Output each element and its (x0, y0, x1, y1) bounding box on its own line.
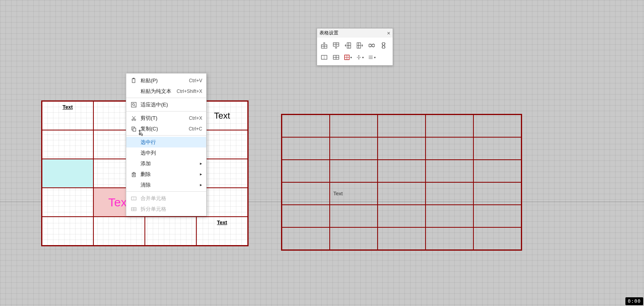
fit-icon (130, 102, 137, 108)
cell-text: Text (333, 191, 343, 196)
table-cell[interactable] (93, 217, 145, 246)
table-cell[interactable] (330, 115, 378, 137)
table-cell[interactable] (378, 137, 426, 160)
svg-point-32 (134, 119, 136, 121)
table-cell[interactable] (330, 160, 378, 182)
table-cell[interactable] (473, 205, 521, 227)
ctx-label: 粘贴(P) (141, 77, 189, 84)
table-cell[interactable] (282, 160, 330, 182)
ctx-label: 选中列 (141, 149, 202, 157)
table-cell[interactable] (282, 227, 330, 250)
cell-text: Text (217, 219, 227, 225)
table-cell[interactable]: Text (196, 217, 248, 246)
svg-rect-28 (131, 102, 136, 107)
table-toolbar[interactable]: 表格设置 × (317, 28, 393, 66)
ctx-label: 适应选中(E) (141, 101, 202, 108)
delete-col-icon[interactable] (380, 42, 388, 49)
table-cell[interactable] (473, 137, 521, 160)
svg-point-29 (133, 103, 135, 105)
table-cell[interactable] (473, 160, 521, 182)
insert-col-left-icon[interactable] (344, 42, 352, 49)
toolbar-header[interactable]: 表格设置 × (317, 28, 393, 38)
table-cell[interactable] (330, 137, 378, 160)
ctx-label: 剪切(T) (141, 115, 189, 122)
paste-icon (130, 78, 137, 83)
table-cell[interactable] (426, 160, 473, 182)
table-cell[interactable] (378, 160, 426, 182)
ctx-separator (126, 111, 206, 111)
table-cell[interactable] (426, 115, 473, 137)
merge-icon (130, 196, 137, 201)
table-cell[interactable] (378, 182, 426, 205)
table-cell[interactable] (282, 205, 330, 227)
table-cell[interactable] (282, 182, 330, 205)
close-icon[interactable]: × (387, 30, 390, 36)
ctx-copy[interactable]: 复制(C) Ctrl+C (126, 123, 206, 134)
table-cell[interactable]: Text (42, 101, 93, 130)
table-cell[interactable] (145, 217, 196, 246)
ctx-split-cells: 拆分单元格 (126, 204, 206, 214)
ctx-delete[interactable]: 删除 (126, 169, 206, 179)
svg-rect-34 (133, 128, 136, 131)
ctx-shortcut: Ctrl+V (189, 78, 202, 83)
merge-cells-icon[interactable] (320, 53, 328, 61)
svg-rect-35 (132, 173, 135, 177)
ctx-label: 合并单元格 (141, 195, 202, 202)
table-cell[interactable] (378, 115, 426, 137)
table-cell[interactable] (378, 227, 426, 250)
svg-point-31 (132, 119, 133, 121)
ctx-cut[interactable]: 剪切(T) Ctrl+X (126, 113, 206, 123)
split-icon (130, 206, 137, 212)
insert-row-above-icon[interactable] (320, 42, 328, 49)
table-cell[interactable]: Text (330, 182, 378, 205)
align-horizontal-icon[interactable] (368, 53, 376, 61)
table-cell[interactable] (473, 227, 521, 250)
table-cell[interactable] (282, 115, 330, 137)
toolbar-body (317, 38, 393, 65)
ctx-paste[interactable]: 粘贴(P) Ctrl+V (126, 75, 206, 86)
ctx-select-col[interactable]: 选中列 (126, 147, 206, 158)
delete-row-icon[interactable] (368, 42, 376, 49)
table-cell[interactable] (426, 205, 473, 227)
context-menu[interactable]: 粘贴(P) Ctrl+V 粘贴为纯文本 Ctrl+Shift+X 适应选中(E)… (126, 73, 207, 216)
ctx-shortcut: Ctrl+C (189, 126, 202, 132)
split-cells-icon[interactable] (332, 53, 340, 61)
trash-icon (130, 172, 137, 177)
table-cell[interactable] (378, 205, 426, 227)
insert-col-right-icon[interactable] (356, 42, 364, 49)
ctx-label: 添加 (141, 160, 202, 167)
table-cell[interactable] (330, 227, 378, 250)
recording-timer: 0:00 (625, 297, 643, 305)
table-cell-selected[interactable] (42, 159, 93, 188)
insert-row-below-icon[interactable] (332, 42, 340, 49)
table-cell[interactable] (426, 227, 473, 250)
ctx-clear[interactable]: 清除 (126, 179, 206, 190)
ctx-paste-plain[interactable]: 粘贴为纯文本 Ctrl+Shift+X (126, 86, 206, 96)
toolbar-title: 表格设置 (319, 30, 338, 36)
cut-icon (130, 115, 137, 121)
ctx-shortcut: Ctrl+Shift+X (177, 89, 202, 94)
ctx-separator (126, 98, 206, 98)
table-cell[interactable] (282, 137, 330, 160)
ctx-add[interactable]: 添加 (126, 158, 206, 169)
table-cell[interactable] (473, 115, 521, 137)
table-cell[interactable] (330, 205, 378, 227)
table-cell[interactable] (426, 182, 473, 205)
align-vertical-icon[interactable] (356, 53, 364, 61)
svg-line-30 (134, 105, 135, 106)
table-cell[interactable] (473, 182, 521, 205)
ctx-select-row[interactable]: 选中行 (126, 137, 206, 147)
table-cell[interactable] (426, 137, 473, 160)
ctx-label: 清除 (141, 181, 202, 189)
ctx-label: 选中行 (141, 139, 202, 146)
ctx-fit-selection[interactable]: 适应选中(E) (126, 99, 206, 110)
ctx-separator (126, 135, 206, 136)
right-table[interactable]: Text (281, 114, 522, 251)
ctx-label: 复制(C) (141, 125, 189, 132)
table-cell[interactable] (42, 217, 93, 246)
border-style-icon[interactable] (344, 53, 352, 61)
table-cell[interactable] (42, 130, 93, 159)
cell-text: Text (214, 111, 230, 121)
table-cell[interactable] (42, 188, 93, 217)
ctx-label: 删除 (141, 171, 202, 178)
